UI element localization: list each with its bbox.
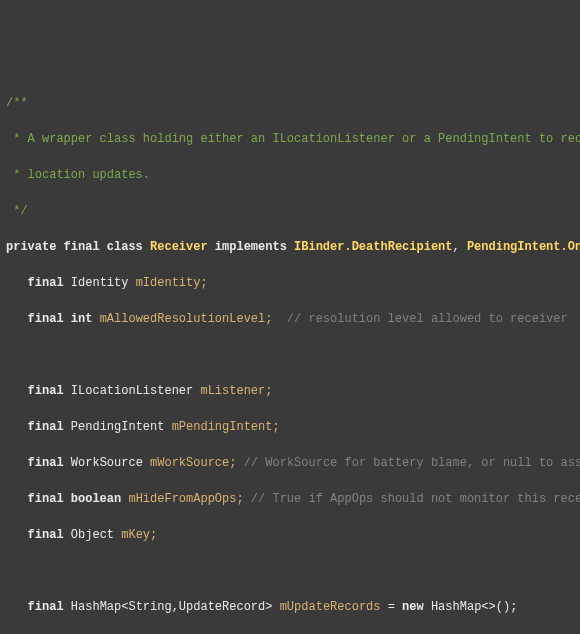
code-line: final Object mKey;: [6, 526, 580, 544]
code-line: final ILocationListener mListener;: [6, 382, 580, 400]
code-line: final WorkSource mWorkSource; // WorkSou…: [6, 454, 580, 472]
code-line: final int mAllowedResolutionLevel; // re…: [6, 310, 580, 328]
code-line: [6, 562, 580, 580]
code-line: [6, 346, 580, 364]
code-line: /**: [6, 94, 580, 112]
code-line: final boolean mHideFromAppOps; // True i…: [6, 490, 580, 508]
code-line: final PendingIntent mPendingIntent;: [6, 418, 580, 436]
code-line: final HashMap<String,UpdateRecord> mUpda…: [6, 598, 580, 616]
code-line: * A wrapper class holding either an ILoc…: [6, 130, 580, 148]
code-line: private final class Receiver implements …: [6, 238, 580, 256]
code-line: */: [6, 202, 580, 220]
code-line: * location updates.: [6, 166, 580, 184]
code-editor-viewport[interactable]: /** * A wrapper class holding either an …: [6, 76, 580, 634]
code-line: final Identity mIdentity;: [6, 274, 580, 292]
